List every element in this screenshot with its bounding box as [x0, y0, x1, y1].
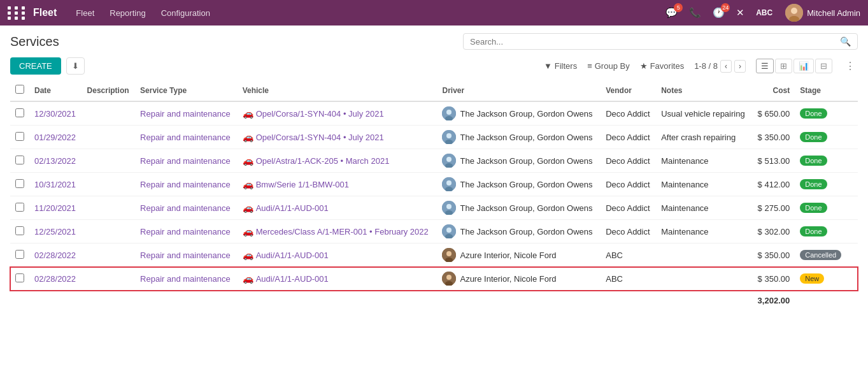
row-driver[interactable]: The Jackson Group, Gordon Owens	[437, 102, 601, 125]
row-vehicle[interactable]: 🚗Opel/Corsa/1-SYN-404 • July 2021	[238, 101, 438, 126]
groupby-button[interactable]: ≡ Group By	[587, 61, 630, 71]
user-menu[interactable]: Mitchell Admin	[785, 4, 860, 22]
row-checkbox[interactable]	[15, 250, 24, 259]
row-checkbox[interactable]	[15, 273, 24, 282]
clock-icon-btn[interactable]: 🕐 24	[709, 4, 729, 21]
row-service-type[interactable]: Repair and maintenance	[135, 149, 238, 173]
page-toolbar: Services 🔍	[0, 25, 868, 55]
grid-view-button[interactable]: ⊞	[775, 59, 792, 73]
row-date[interactable]: 02/13/2022	[29, 149, 82, 173]
col-notes[interactable]: Notes	[656, 80, 751, 101]
kebab-menu-button[interactable]: ⋮	[843, 60, 858, 72]
row-stage: Done	[795, 101, 847, 126]
table-row[interactable]: 11/20/2021Repair and maintenance🚗Audi/A1…	[10, 196, 858, 220]
apps-grid-icon[interactable]	[8, 6, 27, 20]
row-service-type[interactable]: Repair and maintenance	[135, 267, 238, 291]
chat-icon-btn[interactable]: 💬 5	[662, 4, 681, 21]
table-row[interactable]: 02/13/2022Repair and maintenance🚗Opel/As…	[10, 149, 858, 173]
col-service-type[interactable]: Service Type	[135, 80, 238, 101]
row-service-type[interactable]: Repair and maintenance	[135, 126, 238, 149]
search-icon[interactable]: 🔍	[840, 36, 851, 47]
row-date[interactable]: 12/30/2021	[29, 101, 82, 126]
status-badge: Done	[800, 179, 827, 189]
phone-icon-btn[interactable]: 📞	[685, 4, 705, 21]
row-driver[interactable]: The Jackson Group, Gordon Owens	[437, 173, 601, 196]
row-vehicle[interactable]: 🚗Mercedes/Class A/1-MER-001 • February 2…	[238, 220, 438, 244]
row-driver[interactable]: The Jackson Group, Gordon Owens	[437, 196, 601, 219]
car-icon: 🚗	[243, 250, 253, 260]
table-row[interactable]: 12/30/2021Repair and maintenance🚗Opel/Co…	[10, 101, 858, 126]
select-all-header[interactable]	[10, 80, 29, 101]
row-vendor: Deco Addict	[601, 149, 656, 173]
row-stage: Done	[795, 220, 847, 244]
row-date[interactable]: 02/28/2022	[29, 244, 82, 267]
row-date[interactable]: 02/28/2022	[29, 267, 82, 291]
chart-view-button[interactable]: 📊	[793, 59, 814, 73]
table-row[interactable]: 02/28/2022Repair and maintenance🚗Audi/A1…	[10, 244, 858, 267]
nav-links: Fleet Reporting Configuration	[69, 6, 217, 20]
row-service-type[interactable]: Repair and maintenance	[135, 244, 238, 267]
col-vendor[interactable]: Vendor	[601, 80, 656, 101]
col-stage[interactable]: Stage	[795, 80, 847, 101]
col-description[interactable]: Description	[82, 80, 136, 101]
row-service-type[interactable]: Repair and maintenance	[135, 196, 238, 220]
col-vehicle[interactable]: Vehicle	[238, 80, 438, 101]
row-date[interactable]: 11/20/2021	[29, 196, 82, 220]
top-navigation: Fleet Fleet Reporting Configuration 💬 5 …	[0, 0, 868, 25]
row-checkbox[interactable]	[15, 203, 24, 212]
col-driver[interactable]: Driver	[437, 80, 601, 101]
list-view-button[interactable]: ☰	[756, 59, 774, 73]
pivot-view-button[interactable]: ⊟	[815, 59, 832, 73]
col-date[interactable]: Date	[29, 80, 82, 101]
row-vehicle[interactable]: 🚗Bmw/Serie 1/1-BMW-001	[238, 173, 438, 196]
col-actions	[848, 80, 858, 101]
row-service-type[interactable]: Repair and maintenance	[135, 173, 238, 196]
row-checkbox[interactable]	[15, 132, 24, 141]
table-row[interactable]: 10/31/2021Repair and maintenance🚗Bmw/Ser…	[10, 173, 858, 196]
table-row[interactable]: 01/29/2022Repair and maintenance🚗Opel/Co…	[10, 126, 858, 149]
next-page-button[interactable]: ›	[734, 60, 746, 73]
row-driver[interactable]: The Jackson Group, Gordon Owens	[437, 220, 601, 243]
driver-avatar	[442, 154, 456, 168]
row-checkbox[interactable]	[15, 156, 24, 164]
row-vehicle[interactable]: 🚗Opel/Astra/1-ACK-205 • March 2021	[238, 149, 438, 173]
row-checkbox-cell	[10, 149, 29, 173]
select-all-checkbox[interactable]	[15, 85, 24, 94]
row-vehicle[interactable]: 🚗Audi/A1/1-AUD-001	[238, 267, 438, 291]
driver-avatar	[442, 224, 456, 238]
row-date[interactable]: 01/29/2022	[29, 126, 82, 149]
create-button[interactable]: CREATE	[10, 57, 61, 75]
row-driver[interactable]: Azure Interior, Nicole Ford	[437, 244, 601, 266]
nav-configuration[interactable]: Configuration	[155, 6, 217, 20]
svg-point-4	[446, 110, 452, 115]
row-service-type[interactable]: Repair and maintenance	[135, 101, 238, 126]
download-button[interactable]: ⬇	[66, 57, 85, 75]
search-input[interactable]	[470, 37, 836, 47]
row-checkbox[interactable]	[15, 226, 24, 235]
row-driver[interactable]: The Jackson Group, Gordon Owens	[437, 149, 601, 172]
nav-fleet[interactable]: Fleet	[69, 6, 101, 20]
col-cost[interactable]: Cost	[751, 80, 795, 101]
row-service-type[interactable]: Repair and maintenance	[135, 220, 238, 244]
row-vehicle[interactable]: 🚗Audi/A1/1-AUD-001	[238, 196, 438, 220]
row-checkbox[interactable]	[15, 179, 24, 188]
favorites-button[interactable]: ★ Favorites	[640, 61, 684, 71]
nav-reporting[interactable]: Reporting	[103, 6, 152, 20]
row-driver[interactable]: The Jackson Group, Gordon Owens	[437, 126, 601, 149]
svg-point-13	[446, 180, 452, 185]
row-notes: Maintenance	[656, 196, 751, 220]
row-description	[82, 196, 136, 220]
brand-logo[interactable]: Fleet	[33, 7, 57, 18]
row-vehicle[interactable]: 🚗Audi/A1/1-AUD-001	[238, 244, 438, 267]
row-driver[interactable]: Azure Interior, Nicole Ford	[437, 267, 601, 290]
close-icon-btn[interactable]: ✕	[732, 4, 748, 21]
filters-button[interactable]: ▼ Filters	[544, 61, 577, 71]
table-row[interactable]: 12/25/2021Repair and maintenance🚗Mercede…	[10, 220, 858, 244]
row-date[interactable]: 10/31/2021	[29, 173, 82, 196]
row-checkbox[interactable]	[15, 108, 24, 117]
row-vehicle[interactable]: 🚗Opel/Corsa/1-SYN-404 • July 2021	[238, 126, 438, 149]
driver-avatar	[442, 130, 456, 144]
table-row[interactable]: 02/28/2022Repair and maintenance🚗Audi/A1…	[10, 267, 858, 291]
prev-page-button[interactable]: ‹	[720, 60, 732, 73]
row-date[interactable]: 12/25/2021	[29, 220, 82, 244]
